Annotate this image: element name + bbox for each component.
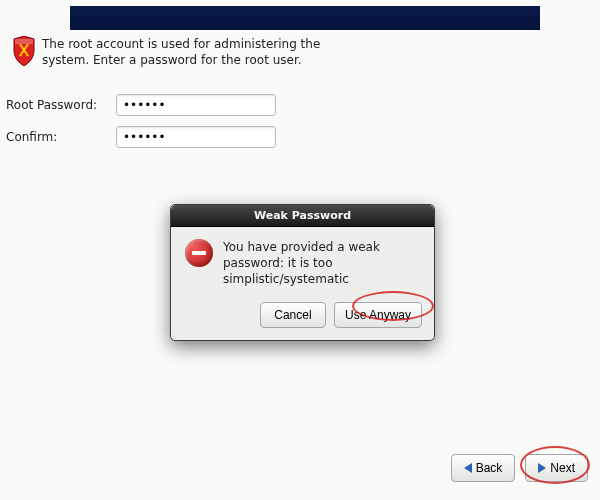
password-form: Root Password: Confirm: xyxy=(6,94,276,158)
root-password-label: Root Password: xyxy=(6,98,116,112)
dialog-titlebar[interactable]: Weak Password xyxy=(171,205,434,227)
use-anyway-button[interactable]: Use Anyway xyxy=(334,302,422,328)
arrow-left-icon xyxy=(464,463,472,473)
back-button[interactable]: Back xyxy=(451,454,516,482)
intro-text: The root account is used for administeri… xyxy=(42,36,362,68)
arrow-right-icon xyxy=(538,463,546,473)
header-banner xyxy=(70,6,540,30)
shield-icon xyxy=(12,36,36,66)
svg-rect-0 xyxy=(15,39,33,44)
cancel-button[interactable]: Cancel xyxy=(260,302,326,328)
dialog-title: Weak Password xyxy=(254,209,351,222)
back-label: Back xyxy=(476,461,503,475)
confirm-password-label: Confirm: xyxy=(6,130,116,144)
next-button[interactable]: Next xyxy=(525,454,588,482)
weak-password-dialog: Weak Password You have provided a weak p… xyxy=(170,204,435,341)
dialog-message: You have provided a weak password: it is… xyxy=(223,239,420,288)
confirm-password-input[interactable] xyxy=(116,126,276,148)
next-label: Next xyxy=(550,461,575,475)
intro-row: The root account is used for administeri… xyxy=(12,36,362,68)
error-icon xyxy=(185,239,213,267)
root-password-input[interactable] xyxy=(116,94,276,116)
